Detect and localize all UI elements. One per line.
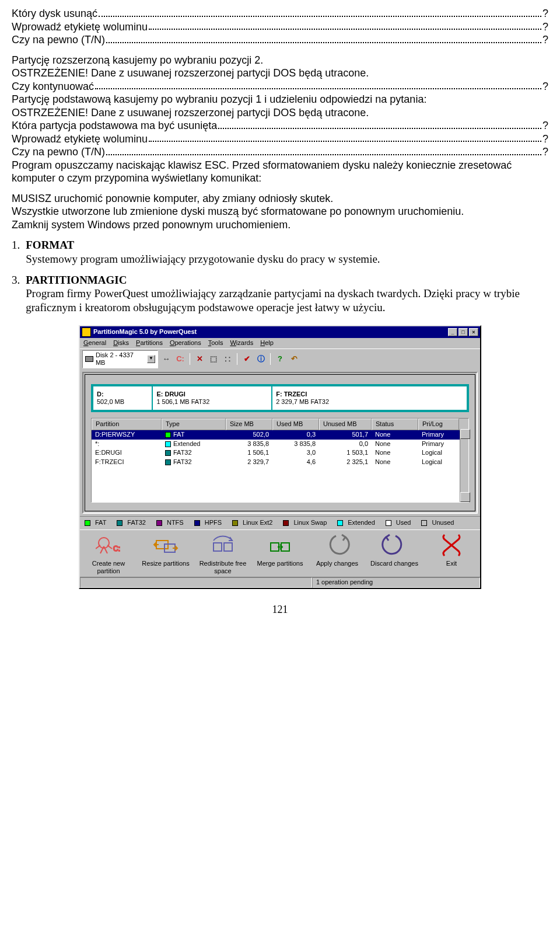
- col-status[interactable]: Status: [372, 419, 418, 430]
- legend-swatch: [337, 520, 343, 526]
- col-partition[interactable]: Partition: [92, 419, 162, 430]
- svg-rect-5: [224, 543, 232, 551]
- item-1-body: Systemowy program umożliwiający przygoto…: [26, 252, 548, 266]
- para-primary-intro: Partycję podstawową kasujemy po wybraniu…: [12, 93, 548, 106]
- seg-name: D:: [97, 391, 148, 398]
- item-3-body: Program firmy PowerQuest umożliwiający z…: [26, 287, 548, 315]
- menu-general[interactable]: General: [83, 339, 106, 347]
- toolbar-delete-icon[interactable]: ✕: [194, 353, 205, 365]
- legend-label: Used: [396, 519, 411, 527]
- menubar: General Disks Partitions Operations Tool…: [80, 338, 480, 349]
- disk-selector-label: Disk 2 - 4337 MB: [96, 351, 145, 368]
- titlebar[interactable]: PartitionMagic 5.0 by PowerQuest _ □ ×: [80, 326, 480, 338]
- item-1-number: 1.: [12, 238, 20, 266]
- table-row[interactable]: D:PIERWSZYFAT502,00,3501,7NonePrimary: [92, 430, 468, 440]
- legend-item: FAT32: [117, 519, 146, 527]
- seg-size: 2 329,7 MB FAT32: [276, 398, 463, 406]
- legend-swatch: [232, 520, 238, 526]
- app-icon: [82, 327, 91, 337]
- legend-swatch: [386, 520, 391, 526]
- para-close-windows: Zamknij system Windows przed ponownym ur…: [12, 218, 548, 232]
- svg-rect-4: [214, 543, 222, 551]
- toolbar-resize-icon[interactable]: ↔: [160, 353, 172, 365]
- menu-help[interactable]: Help: [260, 339, 274, 347]
- menu-wizards[interactable]: Wizards: [230, 339, 253, 347]
- svg-text:C:: C:: [113, 545, 120, 553]
- legend-label: FAT: [95, 519, 106, 527]
- close-button[interactable]: ×: [469, 328, 478, 336]
- dropdown-icon[interactable]: ▼: [147, 355, 155, 363]
- minimize-button[interactable]: _: [448, 328, 457, 336]
- window-title: PartitionMagic 5.0 by PowerQuest: [93, 328, 447, 336]
- prompt-continue: Czy kontynuować?: [12, 80, 548, 93]
- para-esc-reset: Program opuszczamy naciskając klawisz ES…: [12, 159, 548, 185]
- menu-disks[interactable]: Disks: [113, 339, 129, 347]
- action-label: Create new partition: [85, 560, 132, 574]
- action-row: C:Create new partitionResize partitionsR…: [80, 529, 480, 577]
- disk-map-segment[interactable]: D:502,0 MB: [93, 386, 153, 410]
- maximize-button[interactable]: □: [459, 328, 468, 336]
- col-unused[interactable]: Unused MB: [319, 419, 372, 430]
- action-apply-changes[interactable]: Apply changes: [313, 534, 361, 575]
- col-size[interactable]: Size MB: [226, 419, 272, 430]
- action-icon: [439, 534, 464, 559]
- menu-operations[interactable]: Operations: [170, 339, 201, 347]
- prompt-confirm-2: Czy na pewno (T/N)?: [12, 145, 548, 159]
- col-prilog[interactable]: Pri/Log: [418, 419, 459, 430]
- legend-label: HPFS: [205, 519, 222, 527]
- toolbar-box2-icon[interactable]: ⸬: [222, 353, 233, 365]
- action-icon: [267, 534, 293, 559]
- action-label: Redistribute free space: [199, 560, 247, 574]
- legend-label: Unused: [432, 519, 454, 527]
- toolbar-apply-icon[interactable]: ✔: [241, 353, 253, 365]
- legend-label: Linux Swap: [293, 519, 327, 527]
- toolbar-undo-icon[interactable]: ↶: [288, 353, 300, 365]
- status-empty: [80, 577, 312, 588]
- action-redistribute-free-space[interactable]: Redistribute free space: [199, 534, 247, 575]
- disk-selector[interactable]: Disk 2 - 4337 MB ▼: [82, 350, 158, 369]
- table-row[interactable]: E:DRUGIFAT321 506,13,01 503,1NoneLogical: [92, 448, 468, 458]
- action-label: Apply changes: [316, 560, 358, 567]
- partition-table: Partition Type Size MB Used MB Unused MB…: [91, 418, 469, 503]
- action-icon: C:: [96, 534, 121, 559]
- disk-map-segment[interactable]: E: DRUGI1 506,1 MB FAT32: [153, 386, 272, 410]
- table-row[interactable]: *:Extended3 835,83 835,80,0NonePrimary: [92, 440, 468, 449]
- menu-tools[interactable]: Tools: [208, 339, 223, 347]
- seg-size: 1 506,1 MB FAT32: [156, 398, 268, 406]
- table-scrollbar[interactable]: [460, 429, 468, 502]
- action-icon: [153, 534, 178, 559]
- toolbar-c-drive-icon[interactable]: C:: [174, 353, 186, 365]
- seg-size: 502,0 MB: [97, 398, 148, 406]
- action-merge-partitions[interactable]: Merge partitions: [256, 534, 304, 575]
- action-resize-partitions[interactable]: Resize partitions: [142, 534, 190, 575]
- legend-swatch: [421, 520, 427, 526]
- toolbar-box1-icon[interactable]: ⬚: [208, 353, 219, 365]
- menu-partitions[interactable]: Partitions: [136, 339, 163, 347]
- legend-item: Linux Swap: [283, 519, 327, 527]
- action-discard-changes[interactable]: Discard changes: [370, 534, 418, 575]
- toolbar-info-icon[interactable]: ⓘ: [255, 353, 267, 365]
- legend-item: NTFS: [156, 519, 184, 527]
- page-number: 121: [12, 603, 548, 616]
- col-type[interactable]: Type: [162, 419, 226, 430]
- legend-item: HPFS: [194, 519, 222, 527]
- action-create-new-partition[interactable]: C:Create new partition: [85, 534, 132, 575]
- table-row[interactable]: F:TRZECIFAT322 329,74,62 325,1NoneLogica…: [92, 458, 468, 467]
- toolbar-help-icon[interactable]: ?: [274, 353, 286, 365]
- legend-label: Linux Ext2: [243, 519, 272, 527]
- col-used[interactable]: Used MB: [272, 419, 319, 430]
- item-3-title: PARTITIONMAGIC: [26, 273, 548, 287]
- action-label: Resize partitions: [142, 560, 189, 567]
- hdd-icon: [85, 356, 93, 362]
- toolbar: Disk 2 - 4337 MB ▼ ↔ C: ✕ ⬚ ⸬ ✔ ⓘ ? ↶: [80, 349, 480, 370]
- action-exit[interactable]: Exit: [428, 534, 475, 575]
- status-operations: 1 operation pending: [312, 577, 480, 588]
- action-icon: [210, 534, 236, 559]
- disk-map: D:502,0 MBE: DRUGI1 506,1 MB FAT32F: TRZ…: [91, 384, 469, 412]
- legend-swatch: [194, 520, 200, 526]
- action-icon: [382, 534, 407, 559]
- legend-label: NTFS: [167, 519, 184, 527]
- disk-map-segment[interactable]: F: TRZECI2 329,7 MB FAT32: [272, 386, 467, 410]
- legend-item: Linux Ext2: [232, 519, 272, 527]
- action-label: Exit: [446, 560, 457, 567]
